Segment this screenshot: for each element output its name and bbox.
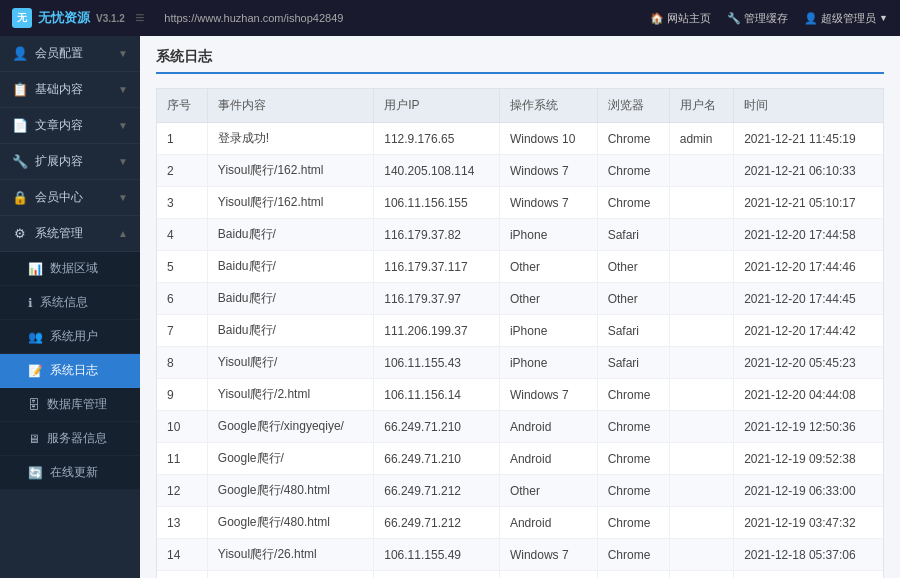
cell-browser: Safari (597, 219, 669, 251)
table-row: 8 Yisoul爬行/ 106.11.155.43 iPhone Safari … (157, 347, 883, 379)
cell-time: 2021-12-20 17:44:58 (734, 219, 883, 251)
cell-browser: Chrome (597, 539, 669, 571)
cell-user (669, 475, 733, 507)
cell-id: 7 (157, 315, 207, 347)
cell-time: 2021-12-20 17:44:46 (734, 251, 883, 283)
cell-time: 2021-12-21 11:45:19 (734, 123, 883, 155)
chevron-down-icon: ▼ (879, 13, 888, 23)
sidebar-item-member-config[interactable]: 👤 会员配置 ▼ (0, 36, 140, 72)
cell-browser: Chrome (597, 411, 669, 443)
cell-os: Other (499, 251, 597, 283)
sys-manage-icon: ⚙ (12, 226, 28, 241)
col-event: 事件内容 (207, 89, 373, 123)
table-row: 13 Google爬行/480.html 66.249.71.212 Andro… (157, 507, 883, 539)
cell-os: Android (499, 411, 597, 443)
cell-ip: 106.11.156.14 (374, 379, 500, 411)
cell-os: iPhone (499, 347, 597, 379)
basic-content-icon: 📋 (12, 82, 28, 97)
text-content-icon: 📄 (12, 118, 28, 133)
cell-event: Yisoul爬行/2.html (207, 379, 373, 411)
sidebar-item-member-center[interactable]: 🔒 会员中心 ▼ (0, 180, 140, 216)
col-id: 序号 (157, 89, 207, 123)
cell-os: Windows 7 (499, 379, 597, 411)
sys-info-icon: ℹ (28, 296, 33, 310)
cell-event: Baidu爬行/ (207, 315, 373, 347)
table-row: 5 Baidu爬行/ 116.179.37.117 Other Other 20… (157, 251, 883, 283)
cell-event: Yisoul爬行/162.html (207, 155, 373, 187)
cell-user (669, 571, 733, 579)
table-row: 7 Baidu爬行/ 111.206.199.37 iPhone Safari … (157, 315, 883, 347)
cell-time: 2021-12-18 04:53:10 (734, 571, 883, 579)
cell-ip: 112.9.176.65 (374, 123, 500, 155)
col-os: 操作系统 (499, 89, 597, 123)
sidebar-item-label: 会员配置 (35, 45, 83, 62)
cell-ip: 66.249.71.210 (374, 443, 500, 475)
cell-ip: 116.179.37.203 (374, 571, 500, 579)
cell-id: 1 (157, 123, 207, 155)
member-center-icon: 🔒 (12, 190, 28, 205)
sidebar-sub-online-update[interactable]: 🔄 在线更新 (0, 456, 140, 490)
cell-browser: Chrome (597, 379, 669, 411)
sidebar-item-basic-content[interactable]: 📋 基础内容 ▼ (0, 72, 140, 108)
cell-browser: Safari (597, 315, 669, 347)
table-row: 15 Baidu爬行/ 116.179.37.203 iPhone Safari… (157, 571, 883, 579)
cell-os: Windows 10 (499, 123, 597, 155)
sidebar-submenu: 📊 数据区域 ℹ 系统信息 👥 系统用户 📝 系统日志 🗄 数据库管理 🖥 (0, 252, 140, 490)
sidebar-sub-data-region[interactable]: 📊 数据区域 (0, 252, 140, 286)
cell-time: 2021-12-20 05:45:23 (734, 347, 883, 379)
sidebar-item-text-content[interactable]: 📄 文章内容 ▼ (0, 108, 140, 144)
data-region-icon: 📊 (28, 262, 43, 276)
cell-id: 12 (157, 475, 207, 507)
table-row: 11 Google爬行/ 66.249.71.210 Android Chrom… (157, 443, 883, 475)
arrow-icon: ▼ (118, 120, 128, 131)
nav-manage[interactable]: 🔧 管理缓存 (727, 11, 788, 26)
col-browser: 浏览器 (597, 89, 669, 123)
cell-time: 2021-12-21 05:10:17 (734, 187, 883, 219)
manage-icon: 🔧 (727, 12, 741, 25)
sys-log-icon: 📝 (28, 364, 43, 378)
cell-ip: 106.11.155.43 (374, 347, 500, 379)
cell-browser: Other (597, 283, 669, 315)
sidebar-sub-sys-user[interactable]: 👥 系统用户 (0, 320, 140, 354)
content-area: 系统日志 序号 事件内容 用户IP 操作系统 浏览器 用户名 时间 (140, 36, 900, 578)
sidebar-item-sys-manage[interactable]: ⚙ 系统管理 ▲ (0, 216, 140, 252)
sidebar-sub-sys-info[interactable]: ℹ 系统信息 (0, 286, 140, 320)
cell-event: Google爬行/480.html (207, 507, 373, 539)
table-row: 4 Baidu爬行/ 116.179.37.82 iPhone Safari 2… (157, 219, 883, 251)
cell-id: 10 (157, 411, 207, 443)
arrow-icon: ▼ (118, 156, 128, 167)
main-content: 系统日志 序号 事件内容 用户IP 操作系统 浏览器 用户名 时间 (140, 36, 900, 578)
cell-user (669, 411, 733, 443)
sidebar-sub-sys-log[interactable]: 📝 系统日志 (0, 354, 140, 388)
nav-home[interactable]: 🏠 网站主页 (650, 11, 711, 26)
cell-browser: Other (597, 251, 669, 283)
cell-ip: 116.179.37.97 (374, 283, 500, 315)
cell-id: 15 (157, 571, 207, 579)
cell-time: 2021-12-18 05:37:06 (734, 539, 883, 571)
cell-id: 5 (157, 251, 207, 283)
page-title: 系统日志 (156, 48, 212, 64)
cell-browser: Safari (597, 571, 669, 579)
server-info-icon: 🖥 (28, 432, 40, 446)
table-row: 3 Yisoul爬行/162.html 106.11.156.155 Windo… (157, 187, 883, 219)
nav-admin[interactable]: 👤 超级管理员 ▼ (804, 11, 888, 26)
cell-os: Windows 7 (499, 539, 597, 571)
cell-os: iPhone (499, 315, 597, 347)
cell-user (669, 539, 733, 571)
sidebar-item-label: 会员中心 (35, 189, 83, 206)
cell-id: 9 (157, 379, 207, 411)
cell-os: iPhone (499, 571, 597, 579)
cell-time: 2021-12-20 17:44:45 (734, 283, 883, 315)
cell-event: Baidu爬行/ (207, 251, 373, 283)
sidebar-sub-data-manage[interactable]: 🗄 数据库管理 (0, 388, 140, 422)
sidebar-item-ext-content[interactable]: 🔧 扩展内容 ▼ (0, 144, 140, 180)
cell-id: 14 (157, 539, 207, 571)
sidebar-sub-server-info[interactable]: 🖥 服务器信息 (0, 422, 140, 456)
sidebar-item-label: 系统管理 (35, 225, 83, 242)
cell-id: 3 (157, 187, 207, 219)
cell-time: 2021-12-19 12:50:36 (734, 411, 883, 443)
sidebar-sub-label: 系统信息 (40, 294, 88, 311)
admin-icon: 👤 (804, 12, 818, 25)
logo-icon: 无 (12, 8, 32, 28)
cell-ip: 111.206.199.37 (374, 315, 500, 347)
